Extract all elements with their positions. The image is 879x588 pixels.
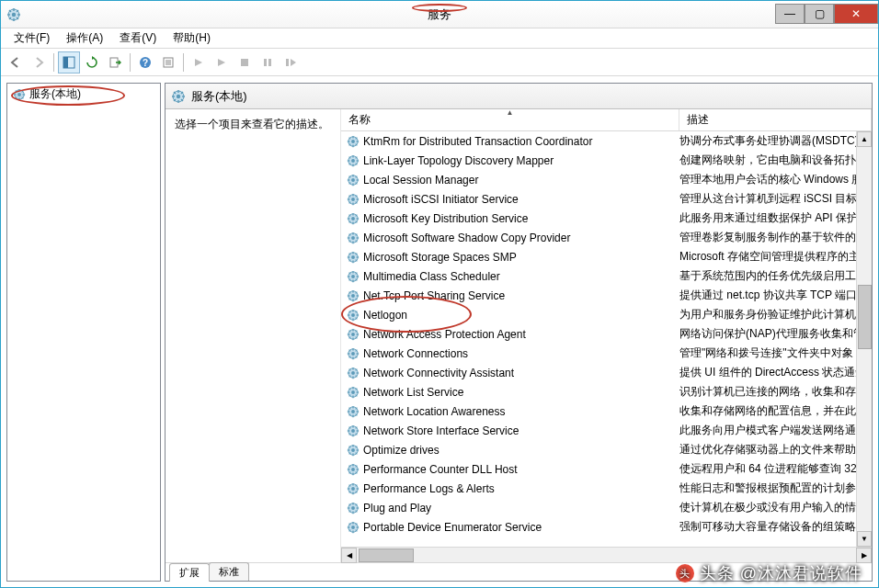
menu-action[interactable]: 操作(A)	[59, 28, 110, 48]
service-desc: 通过优化存储驱动器上的文件来帮助计	[679, 442, 872, 458]
app-icon	[6, 7, 21, 22]
service-desc: 此服务向用户模式客户端发送网络通知	[679, 423, 872, 438]
service-row[interactable]: Netlogon为用户和服务身份验证维护此计算机和	[341, 305, 872, 324]
service-name: Portable Device Enumerator Service	[363, 521, 542, 534]
back-button[interactable]	[5, 51, 27, 74]
service-row[interactable]: Network Store Interface Service此服务向用户模式客…	[341, 421, 872, 440]
service-row[interactable]: Optimize drives通过优化存储驱动器上的文件来帮助计	[341, 440, 872, 459]
forward-button[interactable]	[28, 51, 50, 74]
service-row[interactable]: Network Access Protection Agent网络访问保护(NA…	[341, 324, 872, 344]
gear-icon	[347, 482, 360, 495]
tab-standard[interactable]: 标准	[209, 562, 249, 581]
menu-view[interactable]: 查看(V)	[112, 28, 164, 48]
help-button[interactable]: ?	[134, 51, 156, 74]
service-row[interactable]: Local Session Manager管理本地用户会话的核心 Windows…	[341, 170, 872, 189]
service-name: Microsoft Storage Spaces SMP	[363, 251, 517, 264]
start-service-button[interactable]	[188, 51, 210, 74]
service-desc: 强制可移动大容量存储设备的组策略。	[679, 519, 872, 535]
service-desc: 识别计算机已连接的网络，收集和存储	[679, 384, 872, 400]
service-row[interactable]: Portable Device Enumerator Service强制可移动大…	[341, 517, 872, 537]
services-window: 服务 — ▢ ✕ 文件(F) 操作(A) 查看(V) 帮助(H) ?	[0, 0, 879, 588]
maximize-button[interactable]: ▢	[805, 4, 834, 24]
service-desc: Microsoft 存储空间管理提供程序的主	[679, 249, 872, 265]
svg-rect-22	[286, 59, 289, 66]
titlebar[interactable]: 服务 — ▢ ✕	[1, 1, 878, 28]
close-button[interactable]: ✕	[834, 4, 878, 24]
column-name[interactable]: 名称 ▲	[341, 109, 679, 130]
svg-text:?: ?	[143, 58, 148, 68]
service-name: Network Connections	[363, 347, 468, 360]
scroll-left-button[interactable]: ◀	[341, 548, 357, 563]
sort-asc-icon: ▲	[507, 108, 514, 117]
service-row[interactable]: Network List Service识别计算机已连接的网络，收集和存储	[341, 382, 872, 401]
service-row[interactable]: Link-Layer Topology Discovery Mapper创建网络…	[341, 151, 872, 170]
gear-icon	[347, 212, 360, 225]
service-row[interactable]: Net.Tcp Port Sharing Service提供通过 net.tcp…	[341, 286, 872, 305]
service-row[interactable]: Performance Logs & Alerts性能日志和警报根据预配置的计划…	[341, 479, 872, 498]
tree-root-label: 服务(本地)	[29, 86, 81, 102]
service-row[interactable]: Plug and Play使计算机在极少或没有用户输入的情况	[341, 498, 872, 517]
service-row[interactable]: Network Connections管理"网络和拨号连接"文件夹中对象，在	[341, 344, 872, 363]
service-desc: 为用户和服务身份验证维护此计算机和	[679, 307, 872, 322]
service-name: Plug and Play	[363, 502, 431, 514]
list-body[interactable]: KtmRm for Distributed Transaction Coordi…	[341, 131, 872, 547]
minimize-button[interactable]: —	[775, 4, 805, 24]
tab-extended[interactable]: 扩展	[169, 563, 210, 582]
service-row[interactable]: Microsoft Software Shadow Copy Provider管…	[341, 228, 872, 247]
service-row[interactable]: Network Connectivity Assistant提供 UI 组件的 …	[341, 363, 872, 382]
scroll-thumb[interactable]	[858, 285, 872, 349]
scroll-up-button[interactable]: ▲	[857, 131, 872, 147]
hscroll-thumb[interactable]	[359, 548, 414, 562]
menu-help[interactable]: 帮助(H)	[166, 28, 218, 48]
restart-service-button[interactable]	[280, 51, 302, 74]
service-row[interactable]: KtmRm for Distributed Transaction Coordi…	[341, 131, 872, 151]
svg-rect-20	[264, 59, 267, 66]
service-desc: 使计算机在极少或没有用户输入的情况	[679, 500, 872, 515]
scroll-right-button[interactable]: ▶	[856, 548, 872, 563]
service-desc: 提供通过 net.tcp 协议共享 TCP 端口的	[679, 288, 872, 303]
service-name: Microsoft iSCSI Initiator Service	[363, 193, 519, 206]
service-row[interactable]: Multimedia Class Scheduler基于系统范围内的任务优先级启…	[341, 266, 872, 286]
scroll-down-button[interactable]: ▼	[857, 531, 872, 547]
gear-icon	[347, 251, 360, 264]
main-header: 服务(本地)	[166, 84, 872, 109]
service-name: Performance Counter DLL Host	[363, 463, 518, 476]
gear-icon	[347, 444, 360, 457]
gear-icon	[347, 270, 360, 283]
pause-service-button[interactable]	[257, 51, 279, 74]
properties-button[interactable]	[157, 51, 179, 74]
vertical-scrollbar[interactable]: ▲ ▼	[856, 131, 872, 547]
show-hide-tree-button[interactable]	[58, 51, 80, 74]
gear-icon	[347, 154, 360, 167]
tree-root-node[interactable]: 服务(本地)	[7, 84, 160, 105]
watermark-text: 头条 @沐沐君说软件	[700, 562, 862, 584]
refresh-button[interactable]	[81, 51, 103, 74]
play-service-button[interactable]	[211, 51, 233, 74]
description-prompt: 选择一个项目来查看它的描述。	[175, 117, 331, 132]
stop-service-button[interactable]	[234, 51, 256, 74]
gear-icon	[347, 232, 360, 244]
service-row[interactable]: Microsoft iSCSI Initiator Service管理从这台计算…	[341, 189, 872, 209]
service-name: Network Access Protection Agent	[363, 328, 526, 341]
gear-icon	[171, 89, 186, 104]
service-row[interactable]: Microsoft Key Distribution Service此服务用来通…	[341, 209, 872, 228]
service-desc: 收集和存储网络的配置信息，并在此信	[679, 403, 872, 419]
gear-icon	[347, 386, 360, 399]
service-row[interactable]: Performance Counter DLL Host使远程用户和 64 位进…	[341, 459, 872, 479]
list-header: 名称 ▲ 描述	[341, 109, 872, 131]
column-desc[interactable]: 描述	[679, 109, 872, 130]
service-row[interactable]: Network Location Awareness收集和存储网络的配置信息，并…	[341, 401, 872, 421]
service-row[interactable]: Microsoft Storage Spaces SMPMicrosoft 存储…	[341, 247, 872, 266]
service-name: Multimedia Class Scheduler	[363, 270, 500, 283]
service-desc: 网络访问保护(NAP)代理服务收集和管	[679, 326, 872, 342]
menu-file[interactable]: 文件(F)	[6, 28, 57, 48]
tree-pane[interactable]: 服务(本地)	[6, 83, 161, 582]
gear-icon	[347, 347, 360, 360]
service-name: Network List Service	[363, 386, 463, 399]
service-name: KtmRm for Distributed Transaction Coordi…	[363, 135, 592, 148]
gear-icon	[347, 502, 360, 514]
export-button[interactable]	[104, 51, 126, 74]
service-desc: 管理"网络和拨号连接"文件夹中对象，在	[679, 345, 872, 361]
service-desc: 管理从这台计算机到远程 iSCSI 目标设	[679, 191, 872, 207]
horizontal-scrollbar[interactable]: ◀ ▶	[341, 547, 872, 562]
